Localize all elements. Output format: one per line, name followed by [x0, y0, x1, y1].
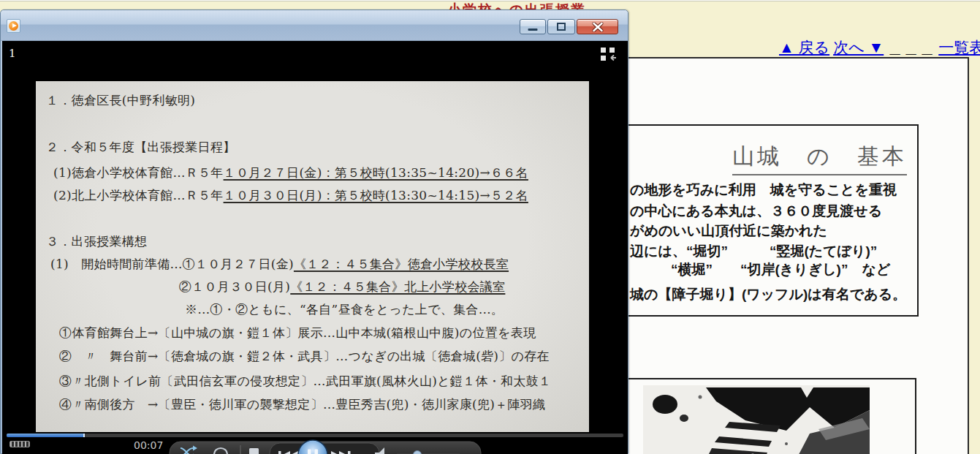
doc-line: (1) 開始時間前準備…①１０月２７日(金)《１２：４５集合》徳倉小学校校長室 — [50, 257, 509, 272]
back-link[interactable]: ▲ 戻る — [779, 39, 829, 56]
doc-text: ② 〃 舞台前→〔徳倉城の旗・鎧２体・武具〕…つなぎの出城〔徳倉城(砦)〕の存在 — [59, 349, 550, 363]
next-link[interactable]: 次へ ▼ — [833, 39, 884, 56]
video-document: １．徳倉区長(中野利敏明) ２．令和５年度【出張授業日程】 (1)徳倉小学校体育… — [36, 81, 589, 432]
close-icon — [592, 22, 603, 31]
doc-line: ※…①・②ともに、“各自”昼食をとった上で、集合…。 — [185, 302, 504, 317]
wmp-app-icon — [7, 19, 20, 33]
scan-line: 城の【障子堀り】(ワッフル)は有名である。 — [630, 285, 906, 304]
scan-line: の地形を巧みに利用 城を守ることを重視 — [630, 181, 897, 200]
close-button[interactable] — [577, 19, 618, 34]
doc-text: ２．令和５年度【出張授業日程】 — [46, 140, 236, 154]
doc-underlined: １０月２７日(金)：第５校時(13:35~14:20)→６６名 — [224, 165, 528, 180]
doc-underlined: 《１２：４５集合》北上小学校会議室 — [290, 279, 505, 294]
doc-line: (1)徳倉小学校体育館…Ｒ５年１０月２７日(金)：第５校時(13:35~14:2… — [53, 165, 528, 181]
doc-line: ②１０月３０日(月)《１２：４５集合》北上小学校会議室 — [179, 279, 505, 295]
doc-line: ④〃南側後方 →〔豊臣・徳川軍の襲撃想定〕…豊臣秀吉(兜)・徳川家康(兜)＋陣羽… — [59, 397, 545, 412]
maximize-icon — [557, 23, 566, 31]
doc-line: (2)北上小学校体育館…Ｒ５年１０月３０日(月)：第５校時(13:30~14:1… — [53, 188, 528, 203]
stop-button[interactable] — [249, 448, 259, 454]
video-page-number: 1 — [9, 47, 16, 60]
doc-line: ② 〃 舞台前→〔徳倉城の旗・鎧２体・武具〕…つなぎの出城〔徳倉城(砦)〕の存在 — [59, 349, 550, 364]
doc-text: (1)徳倉小学校体育館…Ｒ５年 — [53, 165, 224, 180]
doc-text: ④〃南側後方 →〔豊臣・徳川軍の襲撃想定〕…豊臣秀吉(兜)・徳川家康(兜)＋陣羽… — [59, 397, 545, 412]
doc-line: ③〃北側トイレ前〔武田信玄軍の侵攻想定〕…武田軍旗(風林火山)と鎧１体・和太鼓１ — [59, 374, 551, 389]
doc-line: ①体育館舞台上→〔山中城の旗・鎧１体〕展示…山中本城(箱根山中腹)の位置を表現 — [59, 325, 536, 341]
player-control-area: 00:07 — [2, 434, 628, 454]
list-link[interactable]: 一覧表 — [938, 39, 980, 56]
doc-text: ③〃北側トイレ前〔武田信玄軍の侵攻想定〕…武田軍旗(風林火山)と鎧１体・和太鼓１ — [59, 374, 551, 388]
scan-title: 山城 の 基本 — [732, 142, 907, 175]
doc-text: ①体育館舞台上→〔山中城の旗・鎧１体〕展示…山中本城(箱根山中腹)の位置を表現 — [59, 325, 536, 340]
doc-line: ３．出張授業構想 — [46, 234, 147, 249]
doc-underlined: 《１２：４５集合》徳倉小学校校長室 — [294, 257, 509, 271]
desktop: 小学校への出張授業 ▲ 戻る次へ ▼＿＿＿一覧表 山城 の 基本 の地形を巧みに… — [0, 0, 980, 454]
seek-progress — [7, 434, 85, 437]
doc-text: (1) 開始時間前準備…①１０月２７日(金) — [50, 257, 294, 271]
elapsed-time: 00:07 — [134, 439, 163, 451]
minimize-icon — [528, 29, 538, 31]
scan-line: がめのいい山頂付近に築かれた — [630, 222, 827, 241]
doc-text: １．徳倉区長(中野利敏明) — [46, 93, 195, 107]
maximize-button[interactable] — [547, 19, 575, 34]
scan-line: “横堀” “切岸(きりぎし)” など — [671, 260, 890, 279]
doc-text: (2)北上小学校体育館…Ｒ５年 — [53, 188, 224, 203]
doc-text: ②１０月３０日(月) — [179, 279, 290, 294]
play-circle-icon — [9, 21, 18, 31]
doc-text: ３．出張授業構想 — [46, 234, 147, 249]
compact-view-icon[interactable] — [601, 48, 617, 61]
doc-line: １．徳倉区長(中野利敏明) — [46, 93, 195, 108]
nav-separator: ＿＿＿ — [887, 39, 935, 56]
scan-line: 辺には、“堀切” “竪堀(たてぼり)” — [630, 242, 877, 261]
doc-underlined: １０月３０日(月)：第５校時(13:30~14:15)→５２名 — [224, 188, 528, 203]
filmstrip-icon[interactable] — [10, 441, 30, 447]
video-area[interactable]: 1 １．徳倉区長(中野利敏明) ２．令和５年度【出張授業日程】 (1)徳倉小学校… — [2, 41, 628, 434]
transport-controls — [169, 436, 483, 454]
moat-photo — [643, 385, 870, 454]
page-nav: ▲ 戻る次へ ▼＿＿＿一覧表 — [779, 37, 980, 58]
title-bar[interactable] — [1, 10, 628, 41]
doc-line: ２．令和５年度【出張授業日程】 — [46, 140, 236, 155]
scan-line: の中心にある本丸は、３６０度見渡せる — [630, 202, 882, 221]
minimize-button[interactable] — [520, 19, 546, 34]
media-player-window: 1 １．徳倉区長(中野利敏明) ２．令和５年度【出張授業日程】 (1)徳倉小学校… — [0, 10, 628, 454]
doc-text: ※…①・②ともに、“各自”昼食をとった上で、集合…。 — [185, 302, 504, 317]
